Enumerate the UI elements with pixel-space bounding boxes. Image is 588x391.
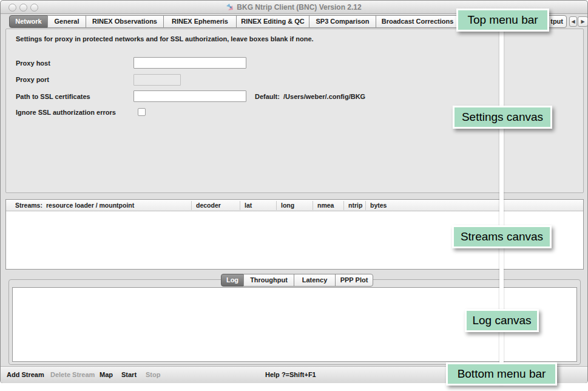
help-shortcut-text: Help ?=Shift+F1 <box>265 371 316 378</box>
tab-rinex-editing-qc[interactable]: RINEX Editing & QC <box>236 15 309 28</box>
annotation-log-canvas: Log canvas <box>465 309 539 332</box>
column-divider[interactable] <box>365 201 366 210</box>
settings-description: Settings for proxy in protected networks… <box>16 35 314 42</box>
column-divider[interactable] <box>276 201 277 210</box>
proxy-port-input[interactable] <box>133 74 181 86</box>
ssl-path-label: Path to SSL certificates <box>16 93 90 100</box>
annotation-top-menu-bar: Top menu bar <box>456 8 549 32</box>
column-divider[interactable] <box>240 201 240 210</box>
window-title: BKG Ntrip Client (BNC) Version 2.12 <box>237 3 361 12</box>
delete-stream-button[interactable]: Delete Stream <box>50 371 95 378</box>
annotation-settings-canvas: Settings canvas <box>453 106 552 129</box>
col-nmea[interactable]: nmea <box>317 202 334 209</box>
tab-ppp-plot[interactable]: PPP Plot <box>335 274 373 287</box>
proxy-port-label: Proxy port <box>16 76 49 83</box>
tab-network[interactable]: Network <box>9 15 48 28</box>
col-decoder[interactable]: decoder <box>196 202 221 209</box>
map-button[interactable]: Map <box>100 371 113 378</box>
ignore-ssl-label: Ignore SSL authorization errors <box>16 109 116 116</box>
tab-general[interactable]: General <box>47 15 86 28</box>
tab-latency[interactable]: Latency <box>294 274 336 287</box>
bnc-app-icon <box>226 4 234 11</box>
ssl-path-input[interactable] <box>133 90 246 102</box>
col-resource-mountpoint[interactable]: resource loader / mountpoint <box>46 202 134 209</box>
col-long[interactable]: long <box>281 202 294 209</box>
tab-throughput[interactable]: Throughput <box>243 274 294 287</box>
column-divider[interactable] <box>343 201 344 210</box>
start-button[interactable]: Start <box>121 371 137 378</box>
annotation-streams-canvas: Streams canvas <box>452 225 552 248</box>
annotation-bottom-menu-bar: Bottom menu bar <box>446 362 557 386</box>
tab-broadcast-corrections[interactable]: Broadcast Corrections <box>376 15 459 28</box>
ssl-default-note: Default: /Users/weber/.config/BKG <box>255 93 365 100</box>
streams-label: Streams: <box>15 202 42 209</box>
column-divider[interactable] <box>313 201 313 210</box>
col-bytes[interactable]: bytes <box>370 202 387 209</box>
column-divider[interactable] <box>191 201 192 210</box>
tab-sp3-comparison[interactable]: SP3 Comparison <box>309 15 376 28</box>
streams-table-header: Streams: resource loader / mountpoint de… <box>6 200 583 211</box>
tab-rinex-observations[interactable]: RINEX Observations <box>86 15 164 28</box>
ignore-ssl-checkbox[interactable] <box>138 108 146 116</box>
col-ntrip[interactable]: ntrip <box>348 202 362 209</box>
col-lat[interactable]: lat <box>245 202 252 209</box>
proxy-host-input[interactable] <box>133 57 246 69</box>
tab-rinex-ephemeris[interactable]: RINEX Ephemeris <box>163 15 237 28</box>
screenshot-stage: BKG Ntrip Client (BNC) Version 2.12 Netw… <box>0 0 588 391</box>
tab-log[interactable]: Log <box>221 274 244 287</box>
tab-scroll-right-icon[interactable]: ▶ <box>578 16 588 27</box>
add-stream-button[interactable]: Add Stream <box>7 371 44 378</box>
stop-button[interactable]: Stop <box>146 371 160 378</box>
tab-scroll-left-icon[interactable]: ◀ <box>569 16 577 27</box>
proxy-host-label: Proxy host <box>16 59 50 67</box>
